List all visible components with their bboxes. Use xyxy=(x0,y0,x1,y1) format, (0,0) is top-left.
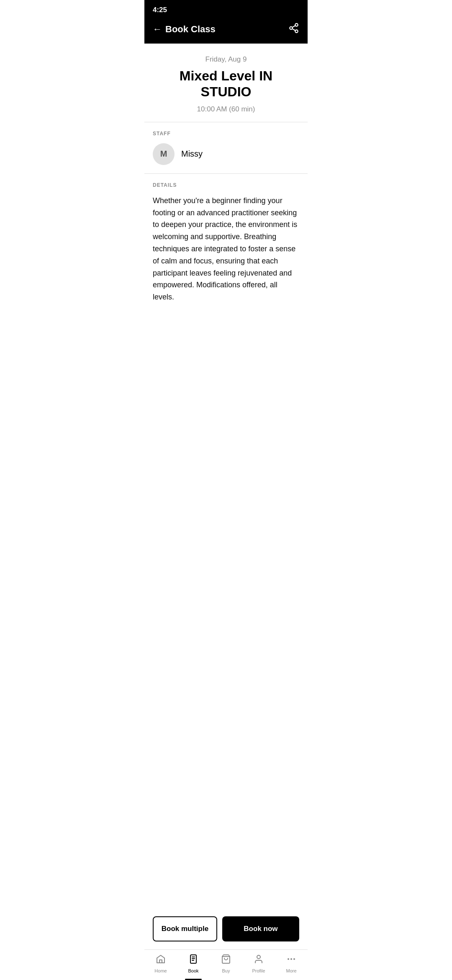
details-text: Whether you're a beginner finding your f… xyxy=(153,195,299,303)
svg-line-4 xyxy=(292,26,295,27)
class-info-section: Friday, Aug 9 Mixed Level IN STUDIO 10:0… xyxy=(144,44,308,122)
staff-row: M Missy xyxy=(153,143,299,165)
class-date: Friday, Aug 9 xyxy=(153,55,299,64)
staff-name: Missy xyxy=(181,149,203,159)
staff-avatar: M xyxy=(153,143,175,165)
svg-line-3 xyxy=(292,29,295,31)
staff-section-label: STAFF xyxy=(153,131,299,137)
status-bar: 4:25 xyxy=(144,0,308,18)
back-button[interactable]: ← Book Class xyxy=(153,24,216,35)
staff-initial: M xyxy=(160,149,167,159)
back-icon: ← xyxy=(153,24,162,35)
status-time: 4:25 xyxy=(153,6,167,14)
staff-section: STAFF M Missy xyxy=(144,122,308,174)
details-section-label: DETAILS xyxy=(153,182,299,188)
page-title: Book Class xyxy=(165,24,216,35)
header: ← Book Class xyxy=(144,18,308,44)
content-area: Friday, Aug 9 Mixed Level IN STUDIO 10:0… xyxy=(144,44,308,383)
details-section: DETAILS Whether you're a beginner findin… xyxy=(144,174,308,316)
class-time: 10:00 AM (60 min) xyxy=(153,105,299,113)
share-button[interactable] xyxy=(288,23,299,36)
class-name: Mixed Level IN STUDIO xyxy=(153,68,299,100)
